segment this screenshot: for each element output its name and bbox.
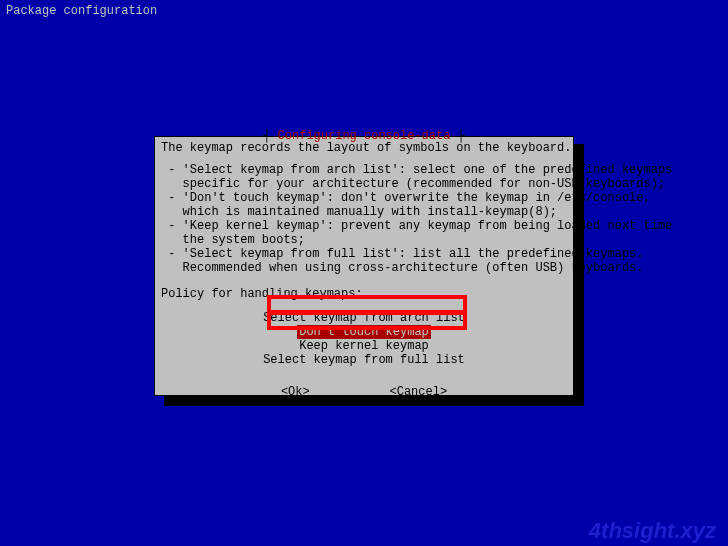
option-dont-touch[interactable]: Don't touch keymap [297,325,431,339]
option-arch-list[interactable]: Select keymap from arch list [161,311,567,325]
intro-text: The keymap records the layout of symbols… [161,141,567,155]
bullet-3: - 'Select keymap from full list': list a… [161,247,567,275]
option-keep-kernel[interactable]: Keep kernel keymap [161,339,567,353]
option-full-list[interactable]: Select keymap from full list [161,353,567,367]
page-header: Package configuration [6,4,157,18]
bullet-2: - 'Keep kernel keymap': prevent any keym… [161,219,567,247]
title-prefix: ┤ [263,129,277,143]
options-list: Select keymap from arch list Don't touch… [161,311,567,367]
watermark: 4thsight.xyz [589,524,716,538]
bullet-1: - 'Don't touch keymap': don't overwrite … [161,191,567,219]
bullet-0: - 'Select keymap from arch list': select… [161,163,567,191]
title-suffix: ├ [450,129,464,143]
dialog-title-wrap: ┤ Configuring console-data ├ [155,129,573,143]
button-row: <Ok> <Cancel> [161,385,567,399]
cancel-button[interactable]: <Cancel> [389,385,447,399]
ok-button[interactable]: <Ok> [281,385,310,399]
config-dialog: ┤ Configuring console-data ├ The keymap … [154,136,574,396]
prompt-text: Policy for handling keymaps: [161,287,567,301]
dialog-title: Configuring console-data [278,129,451,143]
spacer [161,155,567,163]
